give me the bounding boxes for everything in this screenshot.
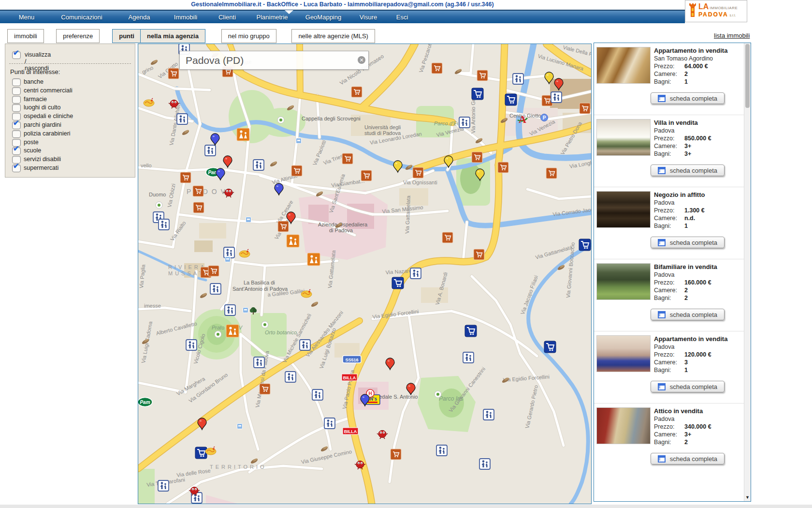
navycart-marker[interactable] [505,94,517,105]
checkbox-supermercati[interactable]: ✔ [12,164,21,172]
billa-marker[interactable] [342,374,357,381]
parkdot-marker[interactable] [215,331,221,338]
nav-item-geomapping[interactable]: GeoMapping [298,11,349,21]
clear-search-icon[interactable]: ✕ [358,56,365,64]
nav-item-agenda[interactable]: Agenda [115,11,163,21]
listing-photo[interactable] [596,407,651,444]
lista-immobili-link[interactable]: lista immobili [714,32,750,39]
pam-marker[interactable] [138,398,152,407]
super-marker[interactable] [351,87,362,97]
billa-marker[interactable] [343,428,358,434]
super-marker[interactable] [474,249,484,260]
nav-item-esci[interactable]: Esci [388,11,417,21]
navycart-marker[interactable] [392,277,404,289]
school-marker[interactable] [324,418,335,429]
super-marker[interactable] [342,153,353,164]
search-input[interactable] [185,53,351,67]
map[interactable]: ✕ grinoVia GiottoVia TriesteVia TriesteV… [138,44,592,504]
school-marker[interactable] [436,445,447,456]
navycart-marker[interactable] [195,447,207,459]
school-marker[interactable] [410,268,421,279]
parkdot-marker[interactable] [156,202,162,209]
super-marker[interactable] [168,68,179,79]
parkdot-marker[interactable] [435,391,441,398]
scrollbar-thumb[interactable] [745,44,750,108]
checkbox-scuole[interactable]: ✔ [12,147,21,155]
tab-punti[interactable]: punti [112,29,141,43]
school-marker[interactable] [459,117,470,128]
bus-marker[interactable] [246,217,251,223]
listing-photo[interactable] [596,335,651,372]
parkdot-marker[interactable] [261,321,268,328]
map-canvas[interactable]: grinoVia GiottoVia TriesteVia TriesteVia… [138,44,591,504]
checkbox-banche[interactable]: ✔ [12,78,21,86]
scheda-completa-button[interactable]: scheda completa [651,92,725,104]
tab-preferenze[interactable]: preferenze [56,29,100,43]
super-marker[interactable] [546,168,557,179]
tab-nel-mio-gruppo[interactable]: nel mio gruppo [221,29,276,43]
super-marker[interactable] [391,449,401,460]
parking-marker[interactable] [541,114,548,121]
school-marker[interactable] [159,219,169,230]
super-marker[interactable] [278,221,289,232]
navycart-marker[interactable] [465,325,477,337]
visualizza-checkbox[interactable]: ✔ [12,51,21,59]
school-marker[interactable] [479,459,490,469]
listing-photo[interactable] [596,119,651,156]
bus-marker[interactable] [243,308,248,313]
checkbox-polizia-carabinieri[interactable]: ✔ [12,130,21,138]
school-marker[interactable] [513,74,523,84]
super-marker[interactable] [208,266,219,276]
super-marker[interactable] [193,186,203,196]
super-marker[interactable] [580,103,590,114]
school-marker[interactable] [483,409,494,420]
amark-marker[interactable] [518,113,527,125]
scheda-completa-button[interactable]: scheda completa [651,309,725,320]
people-marker[interactable] [287,235,299,247]
school-marker[interactable] [253,160,264,170]
super-marker[interactable] [472,152,482,163]
super-marker[interactable] [477,70,488,81]
school-marker[interactable] [177,114,188,124]
navycart-marker[interactable] [472,88,483,100]
school-marker[interactable] [300,340,310,350]
super-marker[interactable] [193,202,204,213]
school-marker[interactable] [312,389,323,400]
school-marker[interactable] [225,305,235,315]
tab-nella-mia-agenzia[interactable]: nella mia agenzia [140,29,205,43]
parkdot-marker[interactable] [277,117,284,123]
nav-item-immobili[interactable]: Immobili [163,11,208,21]
checkbox-farmacie[interactable]: ✔ [12,96,21,104]
school-marker[interactable] [285,372,296,382]
super-marker[interactable] [498,162,508,173]
navycart-marker[interactable] [544,341,556,353]
school-marker[interactable] [205,145,216,156]
nav-item-menu[interactable]: Menu [5,11,48,21]
scroll-down-icon[interactable]: ▼ [745,495,750,500]
people-marker[interactable] [226,325,239,337]
scheda-completa-button[interactable]: scheda completa [651,381,725,392]
people-marker[interactable] [307,253,320,266]
school-marker[interactable] [224,247,234,258]
bus-marker[interactable] [237,424,243,429]
super-marker[interactable] [260,384,270,394]
listing-photo[interactable] [596,263,651,300]
super-marker[interactable] [442,232,453,243]
super-marker[interactable] [413,167,423,178]
nav-item-clienti[interactable]: Clienti [208,11,246,21]
people-marker[interactable] [237,128,249,141]
checkbox-luoghi-di-culto[interactable]: ✔ [12,104,21,112]
scrollbar[interactable]: ▼ [744,43,751,501]
navycart-marker[interactable] [579,239,591,251]
school-marker[interactable] [210,284,221,294]
school-marker[interactable] [463,352,474,363]
school-marker[interactable] [186,340,197,350]
super-marker[interactable] [361,170,372,181]
super-marker[interactable] [180,172,191,183]
school-marker[interactable] [551,92,562,103]
school-marker[interactable] [158,480,169,491]
bus-marker[interactable] [296,138,302,144]
tab-immobili[interactable]: immobili [7,29,44,43]
school-marker[interactable] [254,357,264,368]
scheda-completa-button[interactable]: scheda completa [651,453,725,464]
